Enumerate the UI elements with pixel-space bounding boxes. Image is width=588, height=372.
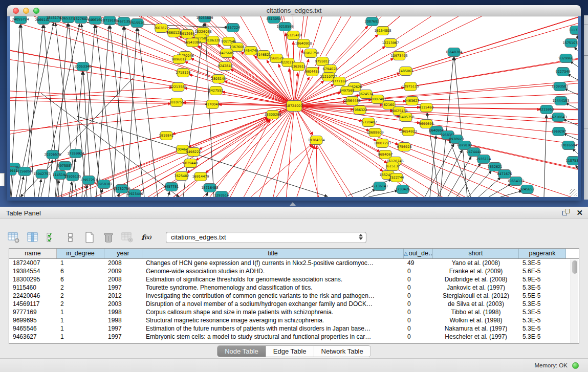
table-cell[interactable]: 9115460	[9, 283, 57, 292]
table-cell[interactable]: 1997	[104, 324, 142, 333]
table-cell[interactable]: 1	[57, 308, 104, 316]
table-cell[interactable]: 1997	[104, 283, 142, 292]
table-cell[interactable]: 2009	[104, 267, 142, 275]
table-cell[interactable]: 2	[57, 300, 104, 308]
column-header-short[interactable]: short	[433, 249, 519, 258]
table-row[interactable]: 2242004622012Investigating the contribut…	[9, 292, 579, 300]
table-cell[interactable]: 14569117	[9, 300, 57, 308]
table-settings-icon[interactable]	[7, 231, 20, 244]
table-cell[interactable]: 6	[57, 267, 104, 275]
table-cell[interactable]: 18300295	[9, 275, 57, 283]
table-cell[interactable]: 1997	[104, 333, 142, 341]
table-row[interactable]: 1830029562008Estimation of significance …	[9, 275, 579, 283]
table-cell[interactable]: 18724007	[9, 259, 57, 267]
table-cell[interactable]: 2	[57, 292, 104, 300]
column-header-name[interactable]: name	[9, 249, 57, 258]
table-cell[interactable]: Investigating the contribution of common…	[142, 292, 404, 300]
table-row[interactable]: 946362711997Embryonic stem cells: a mode…	[9, 333, 579, 341]
table-cell[interactable]: Changes of HCN gene expression and I(f) …	[142, 259, 404, 267]
table-cell[interactable]: Genome-wide association studies in ADHD.	[142, 267, 404, 275]
table-cell[interactable]: 5.3E-5	[519, 333, 566, 341]
table-cell[interactable]: 2003	[104, 300, 142, 308]
table-cell[interactable]: 0	[404, 275, 433, 283]
table-cell[interactable]: 1	[57, 324, 104, 333]
table-selector-dropdown[interactable]: citations_edges.txt	[166, 232, 366, 243]
table-cell[interactable]: Embryonic stem cells: a model to study s…	[142, 333, 404, 341]
row-height-icon[interactable]	[64, 231, 77, 244]
table-row[interactable]: 969969511998Structural magnetic resonanc…	[9, 316, 579, 324]
table-cell[interactable]: 5.3E-5	[519, 300, 566, 308]
table-cell[interactable]: 5.3E-5	[519, 283, 566, 292]
table-cell[interactable]: Franke et al. (2009)	[433, 267, 519, 275]
table-cell[interactable]: 5.5E-5	[519, 292, 566, 300]
table-cell[interactable]: Jankovic et al. (1997)	[433, 283, 519, 292]
table-row[interactable]: 911546021997Tourette syndrome. Phenomeno…	[9, 283, 579, 292]
table-cell[interactable]: 5.3E-5	[519, 308, 566, 316]
select-columns-icon[interactable]	[45, 231, 58, 244]
table-row[interactable]: 1872400712008Changes of HCN gene express…	[9, 259, 579, 267]
table-cell[interactable]: 1998	[104, 316, 142, 324]
table-cell[interactable]: 2008	[104, 259, 142, 267]
table-vertical-scrollbar[interactable]	[571, 259, 578, 343]
table-cell[interactable]: 2	[57, 283, 104, 292]
splitter-handle[interactable]	[290, 202, 296, 206]
table-cell[interactable]: Estimation of significance thresholds fo…	[142, 275, 404, 283]
table-cell[interactable]: 0	[404, 283, 433, 292]
table-cell[interactable]: 5.9E-5	[519, 275, 566, 283]
tab-network-table[interactable]: Network Table	[314, 346, 371, 357]
table-cell[interactable]: Stergiakouli et al. (2012)	[433, 292, 519, 300]
table-cell[interactable]: 0	[404, 267, 433, 275]
table-cell[interactable]: Dudbridge et al. (2008)	[433, 275, 519, 283]
table-row[interactable]: 977716911998Corpus callosum shape and si…	[9, 308, 579, 316]
table-cell[interactable]: de Silva et al. (2003)	[433, 300, 519, 308]
table-row[interactable]: 946554611997Estimation of the future num…	[9, 324, 579, 333]
table-cell[interactable]: 0	[404, 300, 433, 308]
table-cell[interactable]: Estimation of the future numbers of pati…	[142, 324, 404, 333]
float-panel-icon[interactable]	[562, 209, 570, 216]
column-header-out_de[interactable]: △out_de…	[404, 249, 433, 258]
table-cell[interactable]: Disruption of a novel member of a sodium…	[142, 300, 404, 308]
table-cell[interactable]: 0	[404, 308, 433, 316]
table-cell[interactable]: 2008	[104, 275, 142, 283]
column-header-year[interactable]: year	[104, 249, 142, 258]
table-cell[interactable]: 2012	[104, 292, 142, 300]
table-cell[interactable]: 49	[404, 259, 433, 267]
table-cell[interactable]: 22420046	[9, 292, 57, 300]
table-cell[interactable]: 9465546	[9, 324, 57, 333]
delete-column-icon[interactable]	[102, 231, 115, 244]
table-cell[interactable]: 0	[404, 324, 433, 333]
table-cell[interactable]: Yano et al. (2008)	[433, 259, 519, 267]
close-panel-icon[interactable]: ✕	[576, 209, 583, 216]
table-cell[interactable]: 9777169	[9, 308, 57, 316]
table-cell[interactable]: Nakamura et al. (1997)	[433, 324, 519, 333]
table-cell[interactable]: 5.3E-5	[519, 316, 566, 324]
table-cell[interactable]: 19384554	[9, 267, 57, 275]
table-cell[interactable]: Structural magnetic resonance image aver…	[142, 316, 404, 324]
table-cell[interactable]: Corpus callosum shape and size in male p…	[142, 308, 404, 316]
table-cell[interactable]: 1	[57, 259, 104, 267]
table-cell[interactable]: 1	[57, 316, 104, 324]
table-cell[interactable]: Tourette syndrome. Phenomenology and cla…	[142, 283, 404, 292]
table-cell[interactable]: Wolkin et al. (1998)	[433, 316, 519, 324]
column-header-title[interactable]: title	[142, 249, 404, 258]
table-cell[interactable]: 0	[404, 292, 433, 300]
table-cell[interactable]: 1998	[104, 308, 142, 316]
column-visibility-icon[interactable]	[26, 231, 39, 244]
table-row[interactable]: 1456911722003Disruption of a novel membe…	[9, 300, 579, 308]
tab-node-table[interactable]: Node Table	[217, 346, 266, 357]
column-header-in_degree[interactable]: in_degree	[57, 249, 104, 258]
table-cell[interactable]: 5.6E-5	[519, 267, 566, 275]
function-builder-icon[interactable]: f(x)	[140, 231, 153, 244]
resize-grip-icon[interactable]	[570, 189, 577, 196]
table-cell[interactable]: 9699695	[9, 316, 57, 324]
network-canvas[interactable]: 2405572420691406184317421065325715276026…	[10, 16, 578, 197]
network-window-titlebar[interactable]: citations_edges.txt	[7, 5, 581, 16]
table-row[interactable]: 1938455462009Genome-wide association stu…	[9, 267, 579, 275]
new-column-icon[interactable]	[83, 231, 96, 244]
column-header-pagerank[interactable]: pagerank	[519, 249, 566, 258]
table-cell[interactable]: 0	[404, 333, 433, 341]
table-cell[interactable]: Hescheler et al. (1997)	[433, 333, 519, 341]
table-cell[interactable]: 6	[57, 275, 104, 283]
table-cell[interactable]: 5.3E-5	[519, 259, 566, 267]
table-cell[interactable]: 5.3E-5	[519, 324, 566, 333]
